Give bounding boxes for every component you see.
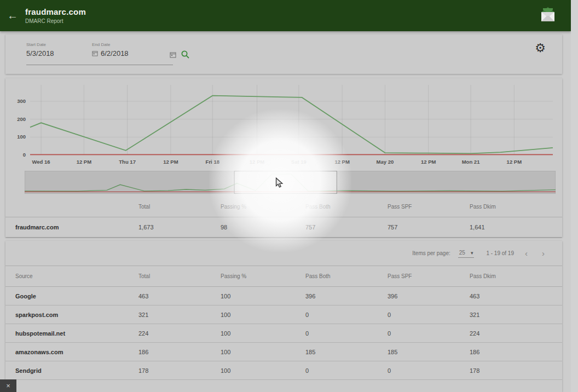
row-value: 185 — [388, 349, 470, 355]
svg-text:12 PM: 12 PM — [334, 159, 350, 165]
row-label: sparkpost.com — [15, 312, 138, 318]
app-header: ← fraudmarc.com DMARC Report — [0, 0, 571, 31]
row-value: 0 — [305, 330, 388, 337]
prev-page-button[interactable]: ‹ — [522, 249, 531, 258]
row-label: Google — [15, 293, 138, 299]
row-value: 178 — [470, 367, 562, 374]
row-value: 1,641 — [470, 224, 562, 230]
row-value: 0 — [305, 367, 388, 374]
column-header: Pass Dkim — [470, 273, 562, 279]
envelope-logo-icon — [538, 7, 558, 25]
svg-text:12 PM: 12 PM — [163, 159, 178, 165]
column-header: Pass Dkim — [470, 204, 562, 210]
row-value: 100 — [221, 312, 305, 318]
row-value: 396 — [305, 293, 388, 299]
row-value: 98 — [221, 224, 305, 230]
start-date-field[interactable]: Start Date 5/3/2018 — [26, 42, 54, 57]
table-row[interactable]: Google463100396396463 — [5, 287, 562, 305]
column-header: Passing % — [221, 273, 305, 279]
svg-text:May 20: May 20 — [377, 159, 394, 165]
row-value: 100 — [221, 367, 305, 374]
date-filter-bar: Start Date 5/3/2018 End Date 6/2/2018 ⚙ — [5, 34, 562, 74]
page-right-margin — [571, 0, 578, 392]
calendar-picker-button[interactable] — [170, 51, 176, 59]
svg-text:12 PM: 12 PM — [507, 159, 522, 165]
row-value: 186 — [138, 349, 221, 355]
svg-text:100: 100 — [17, 134, 26, 140]
row-value: 100 — [221, 330, 305, 337]
row-value: 757 — [388, 224, 470, 230]
end-date-field[interactable]: End Date 6/2/2018 — [92, 42, 129, 57]
svg-text:Fri 18: Fri 18 — [206, 159, 219, 165]
source-table-header: SourceTotalPassing %Pass BothPass SPFPas… — [5, 273, 562, 279]
items-per-page-select[interactable]: 25 ▾ — [458, 249, 475, 258]
column-header: Pass SPF — [388, 204, 470, 210]
column-header: Pass Both — [305, 273, 388, 279]
brush-selection-window[interactable] — [234, 171, 337, 194]
svg-text:Wed 16: Wed 16 — [32, 159, 50, 165]
start-date-value[interactable]: 5/3/2018 — [26, 49, 54, 57]
column-header: Total — [138, 273, 221, 279]
column-header: Passing % — [221, 204, 305, 210]
page-title: fraudmarc.com — [25, 7, 538, 16]
calendar-icon — [170, 51, 176, 58]
page: ← fraudmarc.com DMARC Report Start Date … — [0, 0, 578, 392]
items-per-page-value: 25 — [459, 250, 465, 256]
paginator: Items per page: 25 ▾ 1 - 19 of 19 ‹ › — [5, 241, 562, 266]
row-value: 0 — [388, 312, 470, 318]
row-value: 0 — [388, 367, 470, 374]
calendar-icon — [92, 50, 98, 56]
row-label: fraudmarc.com — [15, 224, 138, 230]
row-value: 100 — [221, 349, 305, 355]
dmarc-volume-line-chart[interactable]: 0100200300Wed 1612 PMThu 1712 PMFri 1812… — [8, 80, 559, 171]
page-range-label: 1 - 19 of 19 — [486, 250, 514, 256]
column-header: Source — [15, 273, 138, 279]
svg-text:12 PM: 12 PM — [77, 159, 92, 165]
svg-text:12 PM: 12 PM — [250, 159, 265, 165]
row-value: 224 — [470, 330, 562, 337]
settings-gear-icon[interactable]: ⚙ — [535, 41, 546, 55]
row-value: 0 — [388, 330, 470, 337]
row-value: 186 — [470, 349, 562, 355]
close-overlay-button[interactable]: × — [0, 379, 16, 392]
table-row[interactable]: sparkpost.com32110000321 — [5, 305, 562, 324]
svg-text:300: 300 — [17, 98, 26, 104]
svg-text:0: 0 — [23, 152, 26, 158]
end-date-value[interactable]: 6/2/2018 — [101, 49, 129, 57]
next-page-button[interactable]: › — [539, 249, 548, 258]
table-row[interactable]: fraudmarc.com1,673987577571,641 — [5, 217, 562, 238]
row-value: 463 — [470, 293, 562, 299]
row-value: 178 — [138, 367, 221, 374]
column-header: Pass SPF — [388, 273, 470, 279]
row-value: 185 — [305, 349, 388, 355]
row-value: 100 — [221, 293, 305, 299]
start-date-label: Start Date — [26, 42, 54, 47]
table-row[interactable]: amazonaws.com186100185185186 — [5, 343, 562, 361]
column-header: Total — [138, 204, 221, 210]
row-label: amazonaws.com — [15, 349, 138, 355]
source-table: SourceTotalPassing %Pass BothPass SPFPas… — [5, 266, 562, 380]
end-date-label: End Date — [92, 42, 129, 47]
row-value: 321 — [138, 312, 221, 318]
row-value: 757 — [305, 224, 388, 230]
search-icon — [181, 50, 190, 59]
row-value: 463 — [138, 293, 221, 299]
row-value: 321 — [470, 312, 562, 318]
svg-text:Thu 17: Thu 17 — [119, 159, 136, 165]
back-button[interactable]: ← — [0, 9, 25, 22]
column-header: Pass Both — [305, 204, 388, 210]
chart-card: 0100200300Wed 1612 PMThu 1712 PMFri 1812… — [5, 78, 562, 237]
source-table-card: Items per page: 25 ▾ 1 - 19 of 19 ‹ › So… — [5, 241, 562, 392]
search-button[interactable] — [181, 50, 190, 60]
timeline-brush-chart[interactable] — [25, 171, 556, 194]
summary-table-header: TotalPassing %Pass BothPass SPFPass Dkim — [5, 204, 562, 210]
items-per-page-label: Items per page: — [412, 250, 450, 256]
summary-table: TotalPassing %Pass BothPass SPFPass Dkim… — [5, 197, 562, 238]
row-label: Sendgrid — [15, 367, 138, 374]
chevron-down-icon: ▾ — [471, 250, 473, 256]
table-row[interactable]: Sendgrid17810000178 — [5, 361, 562, 380]
page-subtitle: DMARC Report — [25, 18, 538, 24]
svg-text:Sat 19: Sat 19 — [291, 159, 307, 165]
table-row[interactable]: hubspotemail.net22410000224 — [5, 324, 562, 343]
svg-text:12 PM: 12 PM — [421, 159, 436, 165]
